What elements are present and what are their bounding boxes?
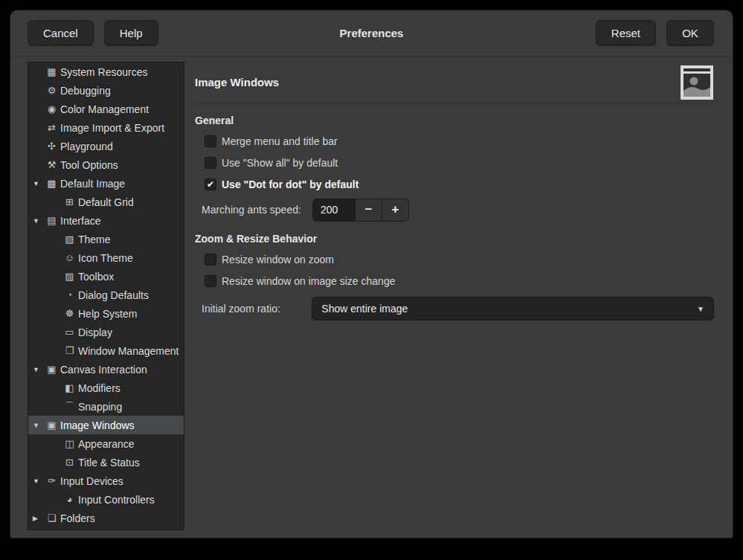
tool-options-icon: ⚒ xyxy=(45,160,58,170)
sidebar-item-label: Interface xyxy=(59,215,100,227)
checkbox-checked[interactable]: ✔ xyxy=(205,178,216,190)
image-import-export-icon: ⇄ xyxy=(45,123,58,132)
sidebar-item-color-management[interactable]: ◉Color Management xyxy=(28,100,184,118)
expander-expanded-icon[interactable]: ▼ xyxy=(33,217,45,225)
sidebar-item-label: Title & Status xyxy=(77,457,140,469)
checkbox-row-use-show-all-by-default[interactable]: Use "Show all" by default xyxy=(205,152,714,173)
sidebar-item-label: Input Devices xyxy=(59,475,123,487)
window-management-icon: ❐ xyxy=(63,346,76,355)
help-system-icon: ☸ xyxy=(63,309,76,318)
playground-icon: ✣ xyxy=(45,141,58,151)
icon-theme-icon: ☺ xyxy=(63,253,76,263)
sidebar-item-label: Default Image xyxy=(59,178,125,190)
marching-ants-spinner: 200 − + xyxy=(312,199,409,222)
sidebar-item-label: Appearance xyxy=(77,438,135,450)
panel-header: Image Windows xyxy=(195,62,714,103)
marching-ants-label: Marching ants speed: xyxy=(202,204,312,216)
sidebar-item-label: Icon Theme xyxy=(77,252,133,264)
checkbox-row-merge-menu-and-title-bar[interactable]: Merge menu and title bar xyxy=(205,130,714,152)
sidebar-item-dialog-defaults[interactable]: ◔Dialog Defaults xyxy=(28,286,184,304)
general-checkbox-list: Merge menu and title barUse "Show all" b… xyxy=(195,130,714,195)
sidebar-item-label: Color Management xyxy=(59,103,149,115)
checkbox-row-resize-window-on-image-size-change[interactable]: Resize window on image size change xyxy=(205,270,714,292)
ok-button[interactable]: OK xyxy=(666,20,714,46)
chevron-down-icon: ▼ xyxy=(697,305,704,313)
expander-expanded-icon[interactable]: ▼ xyxy=(33,477,45,485)
sidebar-item-debugging[interactable]: ⚙Debugging xyxy=(28,81,184,100)
spin-increase-button[interactable]: + xyxy=(382,199,408,221)
sidebar-item-image-windows[interactable]: ▼▣Image Windows xyxy=(28,416,184,434)
sidebar-item-display[interactable]: ▭Display xyxy=(28,323,184,341)
canvas-interaction-icon: ▣ xyxy=(45,364,58,374)
sidebar-item-system-resources[interactable]: ▦System Resources xyxy=(28,62,184,81)
dropdown-selected-value: Show entire image xyxy=(321,303,697,315)
checkbox-unchecked[interactable] xyxy=(205,275,216,287)
expander-expanded-icon[interactable]: ▼ xyxy=(33,180,45,187)
checkbox-label: Use "Dot for dot" by default xyxy=(222,178,358,190)
default-grid-icon: ⊞ xyxy=(63,197,76,207)
sidebar-item-input-devices[interactable]: ▼✑Input Devices xyxy=(28,472,184,490)
modifiers-icon: ◧ xyxy=(63,383,76,393)
checkbox-unchecked[interactable] xyxy=(205,135,216,147)
sidebar-item-canvas-interaction[interactable]: ▼▣Canvas Interaction xyxy=(28,360,184,379)
image-window-icon xyxy=(681,65,713,103)
preferences-dialog: Cancel Help Preferences Reset OK ▦System… xyxy=(10,10,733,538)
zoom-resize-checkbox-list: Resize window on zoomResize window on im… xyxy=(195,248,714,292)
sidebar-item-help-system[interactable]: ☸Help System xyxy=(28,304,184,323)
sidebar-item-default-grid[interactable]: ⊞Default Grid xyxy=(28,193,184,211)
checkbox-unchecked[interactable] xyxy=(205,254,216,265)
sidebar-item-input-controllers[interactable]: ◕Input Controllers xyxy=(28,490,184,509)
image-windows-icon: ▣ xyxy=(45,420,58,430)
sidebar-item-label: Input Controllers xyxy=(77,494,155,506)
sidebar-item-interface[interactable]: ▼▤Interface xyxy=(28,211,184,230)
sidebar-item-label: Display xyxy=(77,326,112,338)
spin-decrease-button[interactable]: − xyxy=(355,199,382,221)
snapping-icon: ⌒ xyxy=(63,402,76,411)
sidebar-item-label: Toolbox xyxy=(77,271,114,283)
checkbox-unchecked[interactable] xyxy=(205,157,216,169)
folders-icon: ❏ xyxy=(45,513,58,523)
expander-collapsed-icon[interactable]: ▶ xyxy=(33,515,45,522)
sidebar-item-folders[interactable]: ▶❏Folders xyxy=(28,509,184,527)
dialog-defaults-icon: ◔ xyxy=(63,290,76,300)
sidebar-item-theme[interactable]: ▧Theme xyxy=(28,230,184,248)
sidebar-item-playground[interactable]: ✣Playground xyxy=(28,137,184,155)
sidebar-item-default-image[interactable]: ▼▩Default Image xyxy=(28,174,184,193)
sidebar-item-window-management[interactable]: ❐Window Management xyxy=(28,341,184,360)
checkbox-row-use-dot-for-dot-by-default[interactable]: ✔Use "Dot for dot" by default xyxy=(205,173,714,195)
checkbox-row-resize-window-on-zoom[interactable]: Resize window on zoom xyxy=(205,248,714,270)
sidebar-item-image-import-export[interactable]: ⇄Image Import & Export xyxy=(28,118,184,137)
sidebar-item-snapping[interactable]: ⌒Snapping xyxy=(28,397,184,416)
debugging-icon: ⚙ xyxy=(45,86,58,95)
sidebar-item-toolbox[interactable]: ▨Toolbox xyxy=(28,267,184,286)
initial-zoom-label: Initial zoom ratio: xyxy=(202,303,312,315)
sidebar-item-title-status[interactable]: ⊡Title & Status xyxy=(28,453,184,472)
cancel-button[interactable]: Cancel xyxy=(28,20,94,46)
sidebar-item-label: Canvas Interaction xyxy=(59,364,147,376)
initial-zoom-ratio-dropdown[interactable]: Show entire image ▼ xyxy=(312,297,714,321)
checkbox-label: Resize window on image size change xyxy=(222,275,395,287)
sidebar-item-label: Image Import & Export xyxy=(59,122,164,134)
sidebar-item-tool-options[interactable]: ⚒Tool Options xyxy=(28,155,184,174)
expander-expanded-icon[interactable]: ▼ xyxy=(33,366,45,373)
help-button[interactable]: Help xyxy=(104,20,158,46)
image-windows-panel: Image Windows General Merge menu and tit… xyxy=(195,62,714,321)
initial-zoom-row: Initial zoom ratio: Show entire image ▼ xyxy=(202,297,714,321)
sidebar-item-label: Theme xyxy=(77,234,111,245)
header-bar: Cancel Help Preferences Reset OK xyxy=(10,10,733,57)
marching-ants-speed-input[interactable]: 200 xyxy=(313,199,355,221)
marching-ants-row: Marching ants speed: 200 − + xyxy=(202,198,714,222)
input-controllers-icon: ◕ xyxy=(63,495,76,504)
checkbox-label: Use "Show all" by default xyxy=(222,157,338,169)
reset-button[interactable]: Reset xyxy=(596,20,656,46)
sidebar-item-label: Modifiers xyxy=(77,382,120,394)
title-status-icon: ⊡ xyxy=(63,457,76,467)
input-devices-icon: ✑ xyxy=(45,476,58,486)
sidebar-item-modifiers[interactable]: ◧Modifiers xyxy=(28,379,184,397)
sidebar-item-appearance[interactable]: ◫Appearance xyxy=(28,434,184,453)
preferences-category-tree: ▦System Resources⚙Debugging◉Color Manage… xyxy=(28,62,184,530)
expander-expanded-icon[interactable]: ▼ xyxy=(33,422,45,429)
sidebar-item-label: System Resources xyxy=(59,66,147,78)
theme-icon: ▧ xyxy=(63,234,76,244)
sidebar-item-icon-theme[interactable]: ☺Icon Theme xyxy=(28,248,184,267)
